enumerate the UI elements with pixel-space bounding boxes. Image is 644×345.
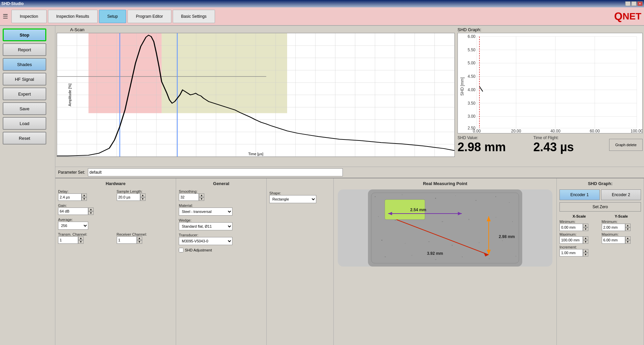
svg-rect-1 (162, 33, 287, 113)
gain-down[interactable]: ▼ (88, 211, 94, 215)
delay-up[interactable]: ▲ (82, 193, 87, 197)
y-max-down[interactable]: ▼ (625, 240, 631, 244)
svg-rect-122 (405, 243, 406, 244)
shades-button[interactable]: Shades (3, 58, 46, 71)
encoder2-button[interactable]: Encoder 2 (601, 189, 641, 200)
ascan-x-label: Time [µs] (248, 152, 263, 156)
x-max-up[interactable]: ▲ (583, 236, 588, 240)
x-inc-down[interactable]: ▼ (583, 253, 588, 256)
transm-channel-input[interactable] (58, 236, 78, 244)
shd-graph-top: SHD Graph: (456, 26, 644, 167)
encoder1-button[interactable]: Encoder 1 (559, 189, 600, 200)
y-min-label: Minimum: (602, 220, 641, 224)
save-button[interactable]: Save (3, 102, 46, 115)
app-title: SHD-Studio (1, 1, 24, 6)
shape-select[interactable]: Rectangle Circle (269, 195, 316, 203)
reset-button[interactable]: Reset (3, 132, 46, 145)
sample-length-down[interactable]: ▼ (140, 197, 146, 201)
shd-right-panel: SHD Graph: Encoder 1 Encoder 2 Set Zero … (557, 178, 644, 345)
tab-basic-settings[interactable]: Basic Settings (173, 10, 215, 23)
y-max-up[interactable]: ▲ (625, 236, 631, 240)
shd-adjustment-checkbox[interactable] (179, 248, 183, 252)
stop-button[interactable]: Stop (3, 28, 46, 41)
minimize-button[interactable]: _ (625, 1, 631, 6)
x-min-down[interactable]: ▼ (583, 227, 588, 231)
rmp-title: Real Measuring Point (336, 181, 554, 186)
window-controls[interactable]: _ □ ✕ (625, 1, 643, 6)
material-select[interactable]: Steel - transversal Steel - longitudinal (179, 208, 232, 216)
average-select[interactable]: 256 128 64 (58, 222, 88, 230)
svg-rect-117 (442, 221, 443, 222)
svg-text:5.00: 5.00 (468, 61, 476, 65)
shd-value-label: SHD Value: (458, 135, 530, 140)
expert-button[interactable]: Expert (3, 88, 46, 100)
y-min-up[interactable]: ▲ (625, 224, 631, 227)
svg-text:4.50: 4.50 (468, 74, 476, 79)
svg-text:SHD [mm]: SHD [mm] (460, 77, 465, 96)
graph-delete-button[interactable]: Graph delete (609, 139, 643, 151)
tab-inspection[interactable]: Inspection (11, 10, 47, 23)
x-max-label: Maximum: (559, 232, 599, 236)
x-max-input[interactable] (559, 236, 583, 244)
smoothing-input[interactable] (179, 193, 199, 201)
shape-panel: Shape: Rectangle Circle (267, 178, 334, 345)
delay-down[interactable]: ▼ (82, 197, 87, 201)
smoothing-down[interactable]: ▼ (199, 197, 204, 201)
shd-panel-title: SHD Graph: (559, 181, 641, 186)
svg-text:6.00: 6.00 (468, 34, 476, 39)
delay-row: Delay: ▲ ▼ Sample Length: (58, 189, 173, 201)
shape-row: Shape: Rectangle Circle (269, 191, 331, 203)
x-min-label: Minimum: (559, 220, 599, 224)
gain-input[interactable] (58, 208, 88, 215)
svg-rect-114 (378, 216, 379, 217)
shd-graph-title: SHD Graph: (458, 27, 643, 32)
recv-channel-up[interactable]: ▲ (137, 236, 142, 240)
maximize-button[interactable]: □ (631, 1, 637, 6)
material-row: Material: Steel - transversal Steel - lo… (179, 204, 264, 216)
report-button[interactable]: Report (3, 43, 46, 56)
x-max-down[interactable]: ▼ (583, 240, 588, 244)
load-button[interactable]: Load (3, 117, 46, 130)
param-set-input[interactable] (88, 168, 343, 176)
shd-value-block: SHD Value: 2.98 mm (458, 135, 530, 154)
recv-channel-down[interactable]: ▼ (137, 240, 142, 244)
x-scale-title: X-Scale (559, 214, 599, 218)
delay-input[interactable] (58, 193, 82, 201)
svg-text:2.54 mm: 2.54 mm (410, 208, 426, 212)
svg-rect-113 (509, 202, 510, 203)
shd-value: 2.98 mm (458, 140, 530, 154)
transducer-row: Transducer: M3095-V5043-0 (179, 233, 264, 245)
y-max-input[interactable] (602, 236, 625, 244)
recv-channel-input[interactable] (117, 236, 137, 244)
gain-up[interactable]: ▲ (88, 208, 94, 211)
sample-length-input[interactable] (117, 193, 140, 201)
title-bar: SHD-Studio _ □ ✕ (0, 0, 644, 7)
ascan-title: A-Scan (70, 27, 455, 32)
transm-channel-down[interactable]: ▼ (78, 240, 84, 244)
tab-program-editor[interactable]: Program Editor (127, 10, 171, 23)
transm-channel-up[interactable]: ▲ (78, 236, 84, 240)
center-area: A-Scan (55, 26, 644, 345)
sample-length-up[interactable]: ▲ (140, 193, 146, 197)
smoothing-up[interactable]: ▲ (199, 193, 204, 197)
x-min-input[interactable] (559, 224, 583, 231)
hf-signal-button[interactable]: HF Signal (3, 73, 46, 85)
transducer-select[interactable]: M3095-V5043-0 (179, 237, 232, 245)
svg-rect-4 (287, 33, 454, 113)
x-inc-input[interactable] (559, 249, 583, 256)
set-zero-button[interactable]: Set Zero (559, 202, 641, 212)
wedge-select[interactable]: Standard flat, Ø11 (179, 222, 232, 230)
channel-row: Transm. Channel: ▲ ▼ Receiver Channel: (58, 232, 173, 244)
close-button[interactable]: ✕ (637, 1, 643, 6)
tab-setup[interactable]: Setup (99, 10, 126, 23)
y-min-input[interactable] (602, 224, 625, 231)
transducer-label: Transducer: (179, 233, 232, 237)
y-min-down[interactable]: ▼ (625, 227, 631, 231)
x-min-up[interactable]: ▲ (583, 224, 588, 227)
hamburger-icon[interactable]: ☰ (3, 13, 8, 20)
tab-inspection-results[interactable]: Inspection Results (48, 10, 98, 23)
svg-rect-129 (435, 259, 436, 260)
hardware-panel: Hardware Delay: ▲ ▼ Sample Len (55, 178, 176, 345)
x-inc-up[interactable]: ▲ (583, 249, 588, 253)
wedge-row: Wedge: Standard flat, Ø11 (179, 218, 264, 230)
